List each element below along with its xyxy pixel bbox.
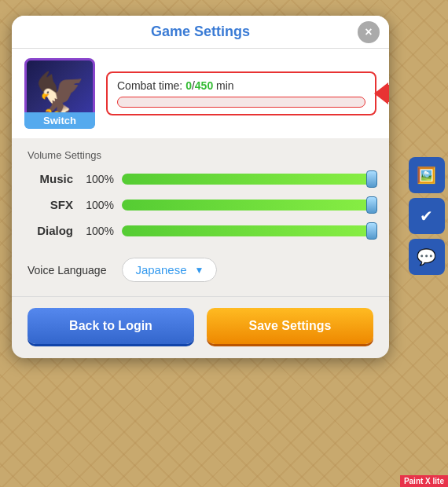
paint-badge: Paint X lite [400,475,448,487]
dialog-fill [122,225,373,236]
shield-button[interactable]: ✔ [409,198,445,234]
volume-section: Volume Settings Music 100% SFX 100% Dial… [12,138,389,258]
dialog-slider-row: Dialog 100% [28,224,373,237]
save-settings-button[interactable]: Save Settings [207,308,373,344]
avatar-icon: 🦅 [35,70,86,118]
close-button[interactable]: × [358,21,380,43]
dialog-thumb [366,222,377,240]
dialog-slider[interactable] [122,225,373,236]
dialog-value: 100% [81,225,114,237]
sfx-slider[interactable] [122,200,373,211]
gallery-button[interactable]: 🖼️ [409,157,445,193]
sfx-fill [122,200,373,211]
voice-language-value: Japanese [135,263,186,276]
sfx-slider-row: SFX 100% [28,198,373,211]
game-settings-dialog: Game Settings × 🦅 ★ Switch Combat time: … [12,16,389,358]
arrow-body [388,85,389,102]
volume-section-label: Volume Settings [28,149,373,161]
voice-language-row: Voice Language Japanese ▼ [12,258,389,282]
voice-language-select[interactable]: Japanese ▼ [122,258,217,282]
dialog-title: Game Settings [151,24,250,39]
sfx-value: 100% [81,199,114,211]
shield-icon: ✔ [420,207,433,225]
music-slider[interactable] [122,174,373,185]
combat-section: Combat time: 0/450 min ↺ T [106,71,376,115]
user-section: 🦅 ★ Switch Combat time: 0/450 min ↺ [12,49,389,138]
combat-current: 0 [185,79,192,92]
combat-max: 450 [195,79,213,92]
chat-icon: 💬 [417,247,436,266]
arrow-head [374,82,388,104]
avatar-wrapper: 🦅 ★ Switch [24,58,95,129]
music-fill [122,174,373,185]
right-sidebar: 🖼️ ✔ 💬 [405,0,448,487]
voice-language-label: Voice Language [28,264,106,276]
switch-label: Switch [24,112,95,129]
combat-progress-bar [117,97,365,108]
footer-buttons: Back to Login Save Settings [12,308,389,358]
chat-button[interactable]: 💬 [409,239,445,275]
dialog-header: Game Settings × [12,16,389,49]
music-label: Music [28,172,73,185]
gallery-icon: 🖼️ [417,166,436,185]
music-value: 100% [81,173,114,185]
music-thumb [366,170,377,188]
dialog-label: Dialog [28,224,73,237]
combat-time-label: Combat time: 0/450 min [117,79,365,92]
back-to-login-button[interactable]: Back to Login [28,308,194,344]
sfx-label: SFX [28,198,73,211]
divider [12,296,389,297]
sfx-thumb [366,196,377,214]
arrow-annotation [374,82,389,104]
dropdown-arrow-icon: ▼ [195,265,204,276]
music-slider-row: Music 100% [28,172,373,185]
